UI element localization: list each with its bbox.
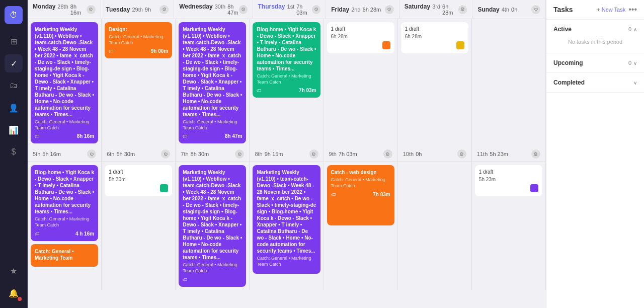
sidebar-item-home[interactable]: ⊞: [5, 32, 23, 50]
thu2-hours: 9h 15m: [265, 151, 283, 157]
card-title: Marketing Weekly (v1.110) • Webflow • te…: [183, 26, 242, 118]
list-item[interactable]: Blog-home • Yigit Koca k - Dewo - Slack …: [253, 22, 320, 98]
color-swatch: [382, 41, 390, 49]
card-time: 8h 47m: [225, 133, 242, 139]
sidebar-item-favorites[interactable]: ★: [5, 262, 23, 280]
monday-hours: 8h 16m: [70, 4, 87, 16]
draft-label: 1 draft: [331, 26, 390, 32]
saturday-date: 3rd: [432, 4, 440, 10]
list-item[interactable]: Marketing Weekly (v1.110) • team-catch-D…: [253, 165, 320, 273]
completed-section-header[interactable]: Completed ∨: [553, 77, 637, 88]
list-item[interactable]: Marketing Weekly (v1.110) • Webflow • te…: [31, 22, 98, 143]
bell-icon: 🔔: [9, 288, 19, 298]
tuesday-col: Design: Catch: General • Marketing Team …: [102, 19, 176, 146]
saturday-col: 1 draft 6h 28m: [398, 19, 472, 146]
tuesday-name: Tuesday: [106, 6, 130, 13]
tue2-date: 6th: [107, 151, 114, 157]
thu2-settings-icon[interactable]: ⚙: [309, 149, 318, 159]
thursday-settings-icon[interactable]: ⚙: [312, 5, 320, 14]
tuesday2-col: 1 draft 5h 30m: [102, 162, 176, 289]
upcoming-section: Upcoming 0 ∨: [546, 53, 644, 73]
wed2-settings-icon[interactable]: ⚙: [235, 149, 244, 159]
wednesday-settings-icon[interactable]: ⚙: [239, 5, 247, 14]
sidebar-item-team[interactable]: 👤: [5, 99, 23, 117]
card-subtitle: Catch: General • Marketing Team Catch: [183, 262, 242, 274]
card-title: Design:: [109, 26, 168, 33]
sidebar-item-tasks[interactable]: ✓: [5, 54, 23, 72]
completed-count: ∨: [631, 80, 637, 86]
list-item[interactable]: Marketing Weekly (v1.110) • Webflow • te…: [179, 165, 246, 286]
sun2-settings-icon[interactable]: ⚙: [531, 149, 540, 159]
day-header-mon2: 5th 5h 16m ⚙: [28, 146, 102, 162]
tuesday-settings-icon[interactable]: ⚙: [159, 5, 169, 14]
card-subtitle: Catch: General • Marketing Team Catch: [257, 256, 316, 267]
sidebar-item-analytics[interactable]: 📊: [5, 121, 23, 139]
sidebar-item-billing[interactable]: $: [5, 143, 23, 161]
draft-label: 1 draft: [479, 169, 538, 175]
tag-icon: 🏷: [35, 133, 40, 139]
upcoming-chevron: ∨: [633, 60, 637, 66]
sat2-date: 10th: [403, 151, 414, 157]
list-item[interactable]: 1 draft 5h 30m: [105, 165, 172, 196]
sidebar-item-notifications[interactable]: 🔔: [5, 284, 23, 302]
panel-title: Tasks: [553, 6, 573, 14]
list-item[interactable]: Catch: General • Marketing Team: [31, 244, 98, 267]
grid-icon: ⊞: [11, 37, 17, 46]
day-header-wed2: 7th 8h 30m ⚙: [176, 146, 250, 162]
tuesday-date: 29th: [132, 7, 142, 13]
card-time: 8h 16m: [77, 133, 94, 139]
mon2-settings-icon[interactable]: ⚙: [87, 149, 96, 159]
tue2-hours: 5h 30m: [116, 151, 135, 157]
sunday-settings-icon[interactable]: ⚙: [531, 5, 540, 14]
list-item[interactable]: Blog-home • Yigit Koca k - Dewo - Slack …: [31, 165, 98, 241]
friday-col: 1 draft 6h 28m: [324, 19, 398, 146]
sun2-hours: 5h 23m: [490, 151, 508, 157]
list-item[interactable]: 1 draft 5h 23m: [475, 165, 542, 196]
more-options-button[interactable]: •••: [628, 5, 637, 14]
draft-time: 6h 28m: [331, 34, 390, 39]
calendar-main: Monday 28th 8h 16m ⚙ Tuesday 29th 9h ⚙ W…: [28, 0, 546, 308]
friday-name: Friday: [331, 6, 349, 13]
upcoming-count: 0 ∨: [628, 60, 637, 66]
day-header-thursday: Thursday 1st 7h 03m ⚙: [253, 0, 327, 19]
completed-section: Completed ∨: [546, 73, 644, 93]
card-subtitle: Catch: General • Marketing Team Catch: [35, 216, 94, 228]
card-title: Blog-home • Yigit Koca k - Dewo - Slack …: [257, 26, 316, 72]
monday-settings-icon[interactable]: ⚙: [87, 5, 95, 14]
sat2-settings-icon[interactable]: ⚙: [457, 149, 466, 159]
saturday-hours: 6h 28m: [442, 4, 458, 16]
friday-settings-icon[interactable]: ⚙: [385, 5, 394, 14]
saturday-settings-icon[interactable]: ⚙: [458, 5, 467, 14]
upcoming-section-header[interactable]: Upcoming 0 ∨: [553, 57, 637, 68]
draft-time: 6h 28m: [405, 34, 464, 39]
fri2-settings-icon[interactable]: ⚙: [383, 149, 392, 159]
active-section-header[interactable]: Active 0 ∧: [553, 24, 637, 35]
tue2-settings-icon[interactable]: ⚙: [161, 149, 170, 159]
list-item[interactable]: 1 draft 6h 28m: [327, 22, 394, 53]
wednesday-name: Wednesday: [179, 3, 212, 10]
sunday-date: 4th: [502, 7, 509, 13]
new-task-button[interactable]: + New Task: [597, 7, 625, 13]
card-subtitle: Catch: General • Marketing Team Catch: [183, 119, 242, 131]
logo-icon[interactable]: ⏱: [5, 6, 23, 24]
card-time: 7h 03m: [299, 87, 316, 94]
active-empty-message: No tasks in this period: [553, 35, 637, 49]
day-header-sunday: Sunday 4th 0h ⚙: [472, 0, 546, 19]
list-item[interactable]: 1 draft 6h 28m: [401, 22, 468, 53]
sidebar-item-projects[interactable]: 🗂: [5, 76, 23, 95]
active-section: Active 0 ∧ No tasks in this period: [546, 20, 644, 53]
day-header-fri2: 9th 7h 03m ⚙: [324, 146, 398, 162]
check-circle-icon: ✓: [11, 59, 17, 68]
friday-hours: 6h 28m: [363, 7, 381, 13]
active-label: Active: [553, 26, 572, 33]
tuesday-hours: 9h: [145, 7, 151, 13]
list-item[interactable]: Design: Catch: General • Marketing Team …: [105, 22, 172, 58]
color-swatch: [530, 184, 538, 192]
person-icon: 👤: [9, 103, 19, 113]
completed-label: Completed: [553, 79, 585, 86]
list-item[interactable]: Marketing Weekly (v1.110) • Webflow • te…: [179, 22, 246, 143]
active-count: 0 ∧: [628, 26, 637, 32]
list-item[interactable]: Catch - web design Catch: General • Mark…: [327, 165, 394, 225]
monday2-col: Blog-home • Yigit Koca k - Dewo - Slack …: [28, 162, 102, 289]
fri2-hours: 7h 03m: [339, 151, 357, 157]
